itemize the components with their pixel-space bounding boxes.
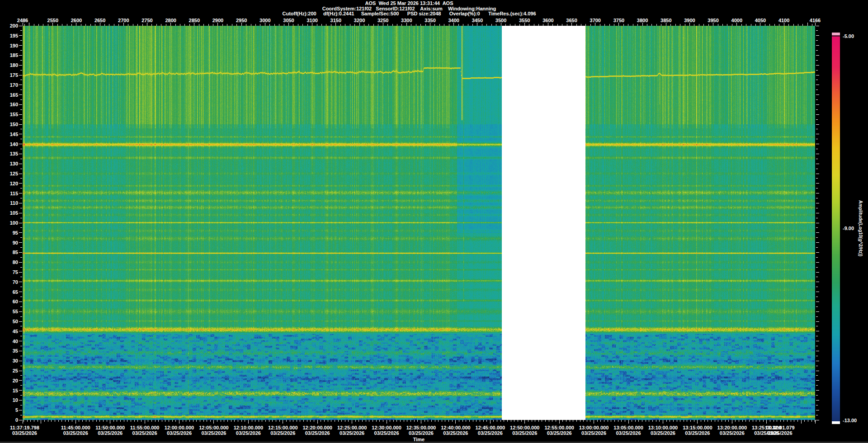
time-axis-tick — [614, 420, 615, 422]
top-axis-tick — [241, 23, 242, 26]
freq-axis-tick — [20, 60, 22, 61]
freq-axis-tick — [19, 420, 22, 420]
freq-axis-tick — [816, 45, 819, 46]
freq-axis-label: 120 — [0, 181, 18, 186]
top-axis-tick — [524, 23, 525, 26]
time-axis-tick — [452, 420, 453, 422]
time-axis-label-time: 11:50:00.000 — [95, 425, 125, 430]
time-axis-tick — [341, 420, 342, 422]
freq-axis-label: 150 — [0, 122, 18, 127]
freq-axis-tick — [20, 306, 22, 307]
time-axis-tick — [739, 420, 739, 422]
time-axis-label-date: 03/25/2026 — [441, 430, 470, 436]
top-axis-tick — [406, 23, 407, 26]
time-axis-tick — [107, 420, 107, 422]
freq-axis-label: 180 — [0, 62, 18, 68]
time-axis-tick — [293, 420, 293, 422]
time-axis-tick — [425, 420, 425, 422]
freq-axis-label: 35 — [0, 348, 18, 353]
time-axis-label: 11:55:00.00003/25/2026 — [130, 425, 160, 436]
time-axis-tick — [722, 420, 722, 422]
freq-axis-tick — [816, 149, 818, 149]
time-axis-tick — [265, 420, 266, 422]
freq-axis-tick — [816, 144, 819, 144]
freq-axis-tick — [19, 400, 22, 401]
time-axis-label: 13:15:00.00003/25/2026 — [683, 425, 712, 436]
freq-axis-label: 185 — [0, 52, 18, 58]
spectrogram-canvas[interactable] — [23, 26, 815, 420]
freq-axis-tick — [816, 104, 819, 105]
time-axis-tick — [34, 420, 34, 422]
time-axis-tick — [791, 420, 791, 422]
freq-axis-label: 170 — [0, 82, 18, 88]
top-axis-tick — [807, 23, 808, 26]
time-axis-tick — [27, 420, 28, 422]
time-axis-tick — [117, 420, 117, 422]
freq-axis-tick — [816, 50, 818, 51]
time-axis-tick — [732, 420, 732, 424]
freq-axis-tick — [816, 232, 819, 233]
time-axis-label-time: 12:15:00.000 — [268, 425, 297, 430]
header-params-line2: Cutoff(Hz):200 df(Hz):0.2441 Sample/Sec:… — [0, 11, 818, 17]
time-axis-tick — [815, 420, 816, 424]
freq-axis-tick — [19, 321, 22, 322]
freq-axis-label: 50 — [0, 319, 18, 324]
top-axis-label: 3150 — [330, 18, 341, 23]
freq-axis-tick — [19, 282, 22, 282]
freq-axis-tick — [19, 35, 22, 36]
time-axis-tick — [493, 420, 494, 422]
freq-axis-tick — [19, 94, 22, 95]
freq-axis-tick — [816, 134, 819, 134]
time-axis-tick — [169, 420, 169, 422]
top-axis-label: 2800 — [165, 18, 176, 23]
time-axis-tick — [252, 420, 252, 422]
time-axis-tick — [749, 420, 750, 422]
time-axis-tick — [103, 420, 104, 422]
time-axis-tick — [718, 420, 718, 422]
time-axis-label: 11:45:00.00003/25/2026 — [61, 425, 90, 436]
freq-axis-tick — [20, 346, 22, 346]
time-axis-tick — [61, 420, 62, 422]
time-axis-tick — [262, 420, 262, 422]
time-axis-label-date: 03/25/2026 — [61, 430, 90, 436]
freq-axis-tick — [20, 208, 22, 208]
freq-axis-label: 175 — [0, 72, 18, 78]
freq-axis-tick — [19, 203, 22, 203]
freq-axis-tick — [20, 198, 22, 198]
colorbar-tick-label: -5.00 — [843, 33, 854, 39]
time-axis-label-date: 03/25/2026 — [544, 430, 574, 436]
freq-axis-label: 75 — [0, 269, 18, 275]
time-axis-tick — [99, 420, 100, 422]
time-axis-tick — [238, 420, 238, 422]
top-axis-tick — [383, 23, 383, 26]
freq-axis-tick — [20, 129, 22, 129]
top-axis-tick — [548, 23, 548, 26]
freq-axis-tick — [816, 272, 819, 273]
top-axis-label: 2486 — [17, 18, 28, 23]
time-axis-tick — [272, 420, 273, 422]
freq-axis-tick — [816, 247, 818, 248]
time-axis-tick — [542, 420, 542, 422]
time-axis-tick — [704, 420, 705, 422]
top-axis-tick — [312, 23, 312, 26]
freq-axis-label: 20 — [0, 378, 18, 383]
time-axis-tick — [535, 420, 535, 422]
time-axis-tick — [507, 420, 508, 422]
time-axis-tick — [618, 420, 618, 422]
time-axis-label-time: 12:20:00.000 — [302, 425, 332, 430]
time-axis-tick — [756, 420, 756, 422]
freq-axis-tick — [19, 262, 22, 263]
freq-axis-label: 0 — [0, 417, 18, 423]
time-axis-tick — [58, 420, 59, 422]
time-axis-tick — [770, 420, 770, 422]
top-axis-tick — [430, 23, 430, 26]
top-axis-label: 3400 — [448, 18, 459, 23]
time-axis-label-date: 03/25/2026 — [95, 430, 125, 436]
time-axis-tick — [248, 420, 249, 424]
freq-axis-tick — [20, 99, 22, 100]
freq-axis-label: 30 — [0, 358, 18, 363]
freq-axis-tick — [816, 30, 818, 31]
time-axis-label: 12:40:00.00003/25/2026 — [441, 425, 470, 436]
top-axis-label: 2850 — [189, 18, 200, 23]
freq-axis-tick — [816, 164, 819, 164]
